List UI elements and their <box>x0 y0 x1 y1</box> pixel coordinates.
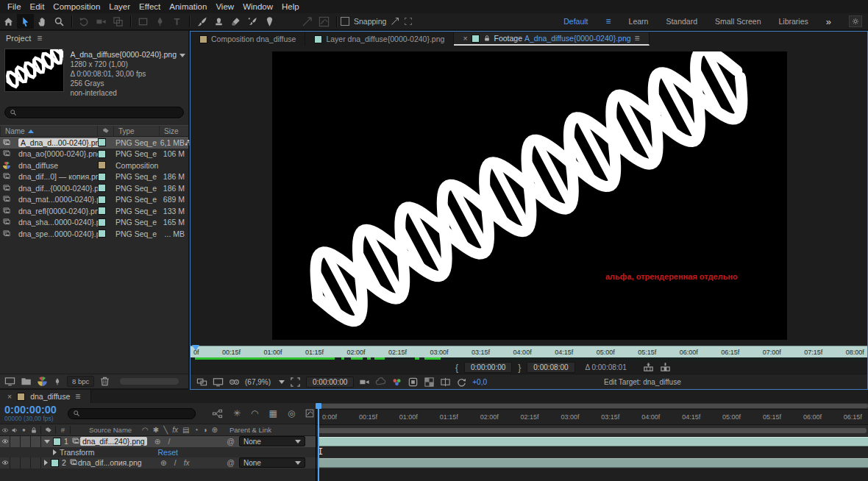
reset-link[interactable]: Reset <box>157 448 177 457</box>
project-row[interactable]: A_dna_d...00-0240}.png PNG Seq_e 6,1 MB <box>0 137 188 149</box>
timeline-ruler[interactable]: 0:00f 00:15f 01:00f 01:15f 02:00f 02:15f… <box>316 410 868 425</box>
transparency-grid-icon[interactable] <box>408 377 419 388</box>
axis-mode-button[interactable] <box>299 14 316 29</box>
bit-depth-button[interactable]: 8 bpc <box>67 376 94 387</box>
lock-toggle[interactable] <box>31 457 41 468</box>
type-tool-button[interactable]: T <box>168 14 185 29</box>
quality-switch[interactable]: / <box>174 458 177 467</box>
fx-switch[interactable]: fx <box>184 459 190 467</box>
video-column-icon[interactable] <box>1 427 9 434</box>
label-color-chip[interactable] <box>98 229 106 238</box>
time-navigator[interactable] <box>316 403 868 410</box>
free-transform-button[interactable] <box>316 14 332 29</box>
label-color-chip[interactable] <box>98 138 106 146</box>
expand-layer-icon[interactable] <box>44 440 50 443</box>
eye-icon[interactable] <box>1 438 9 445</box>
close-tab-icon[interactable]: × <box>7 392 12 401</box>
fast-previews-icon[interactable] <box>440 377 451 388</box>
pixel-aspect-icon[interactable] <box>424 377 435 388</box>
three-d-layer-icon[interactable]: ⊕ <box>212 426 218 434</box>
project-search-input[interactable] <box>19 108 179 118</box>
collapse-switch[interactable]: ⊕ <box>154 437 161 446</box>
rotate-tool-button[interactable] <box>76 14 93 29</box>
workspace-overflow-chevrons[interactable]: » <box>826 16 831 27</box>
menu-window[interactable]: Window <box>243 2 273 11</box>
panel-menu-icon[interactable]: ≡ <box>635 33 640 43</box>
parent-link-column[interactable]: Parent & Link <box>230 426 271 434</box>
tab-layer[interactable]: Layer dna_diffuse{0000-0240}.png <box>305 32 454 46</box>
fx-icon[interactable]: fx <box>172 426 178 434</box>
hide-shy-layers-icon[interactable]: ◠ <box>251 408 258 418</box>
brush-tool-button[interactable] <box>193 14 210 29</box>
solo-column-icon[interactable]: ● <box>19 427 29 433</box>
magnification-dropdown-icon[interactable] <box>279 380 285 384</box>
adjustment-layer-icon[interactable]: ◑ <box>203 426 207 434</box>
layer-1-duration-bar[interactable] <box>319 437 868 446</box>
footage-canvas[interactable]: альфа, отрендеренная отдельно <box>272 51 787 340</box>
project-row[interactable]: dna_ao{0000-0240}.png PNG Seq_e 106 M <box>0 149 188 160</box>
project-row[interactable]: dna_dif...0] — копия.png PNG Seq_e 186 M <box>0 171 188 183</box>
menu-file[interactable]: File <box>7 2 21 11</box>
parent-dropdown[interactable]: None <box>239 457 305 468</box>
show-channel-icon[interactable] <box>391 377 402 388</box>
camera-tool-button[interactable] <box>93 14 110 29</box>
snapshot-camera-icon[interactable] <box>359 377 370 388</box>
solo-toggle[interactable] <box>21 436 31 447</box>
hand-tool-button[interactable] <box>34 14 51 29</box>
ripple-insert-icon[interactable] <box>660 362 671 373</box>
workspace-default[interactable]: Default <box>563 17 588 26</box>
frame-blending-icon[interactable]: ▦ <box>269 408 277 418</box>
magnification-value[interactable]: (67,9%) <box>245 378 271 386</box>
roto-brush-tool-button[interactable] <box>244 14 261 29</box>
panel-menu-icon[interactable]: ≡ <box>75 391 80 402</box>
preview-menu-arrow-icon[interactable] <box>179 54 185 57</box>
menu-edit[interactable]: Edit <box>30 2 45 11</box>
project-row[interactable]: dna_mat...0000-0240}.png PNG Seq_e 689 M <box>0 194 188 206</box>
audio-toggle[interactable] <box>10 457 21 468</box>
reset-exposure-icon[interactable] <box>456 377 467 388</box>
workspace-learn[interactable]: Learn <box>629 17 649 26</box>
snap-to-features-icon[interactable] <box>404 17 413 26</box>
work-area-bar[interactable] <box>318 428 867 433</box>
label-color-chip[interactable] <box>98 184 106 192</box>
timeline-search-box[interactable] <box>68 408 196 419</box>
label-tag-ic0n[interactable] <box>45 427 52 434</box>
out-point-icon[interactable]: } <box>518 363 521 373</box>
pan-behind-tool-button[interactable] <box>110 14 127 29</box>
pick-whip-icon[interactable]: @ <box>227 458 235 467</box>
project-search-box[interactable] <box>4 107 184 118</box>
exposure-value[interactable]: +0,0 <box>472 378 487 386</box>
collapse-transformations-icon[interactable]: ✱ <box>153 426 159 434</box>
current-time-field[interactable]: 0:00:00:00 00000 (30,00 fps) <box>0 405 68 422</box>
menu-view[interactable]: View <box>216 2 234 11</box>
source-name-column[interactable]: Source Name <box>89 426 132 434</box>
motion-blur-column-icon[interactable]: ◔ <box>193 426 198 434</box>
label-color-chip[interactable] <box>98 161 106 169</box>
preview-item-name[interactable]: A_dna_diffuse{0000-0240}.png <box>70 50 185 60</box>
view-options-icon[interactable] <box>229 377 240 388</box>
puppet-pin-tool-button[interactable] <box>261 14 278 29</box>
workspace-libraries[interactable]: Libraries <box>778 17 808 26</box>
project-row[interactable]: dna_refl{0000-0240}.png PNG Seq_e 133 M <box>0 205 188 217</box>
layer-number-column[interactable]: # <box>58 426 68 434</box>
parent-dropdown[interactable]: None <box>239 436 305 446</box>
current-time-display[interactable]: 0:00:00:00 <box>306 377 354 388</box>
label-color-chip[interactable] <box>98 173 106 181</box>
clone-stamp-tool-button[interactable] <box>210 14 227 29</box>
quality-switch[interactable]: / <box>168 437 170 446</box>
home-button[interactable] <box>0 14 17 29</box>
menu-layer[interactable]: Layer <box>109 2 130 11</box>
tab-footage[interactable]: × Footage A_dna_diffuse{0000-0240}.png ≡ <box>454 32 649 46</box>
eye-icon[interactable] <box>1 459 9 466</box>
zoom-tool-button[interactable] <box>51 14 68 29</box>
lock-icon[interactable] <box>483 35 491 42</box>
solo-toggle[interactable] <box>21 457 31 468</box>
audio-toggle[interactable] <box>10 436 21 447</box>
project-row[interactable]: dna_diffuse Composition <box>0 160 188 171</box>
label-color-chip[interactable] <box>98 150 106 158</box>
layer-2-duration-bar[interactable] <box>319 458 868 468</box>
draft-3d-icon[interactable]: ✳ <box>233 408 241 418</box>
in-point-icon[interactable]: { <box>455 363 458 373</box>
selection-tool-button[interactable] <box>17 14 34 29</box>
project-tab[interactable]: Project <box>6 34 31 43</box>
